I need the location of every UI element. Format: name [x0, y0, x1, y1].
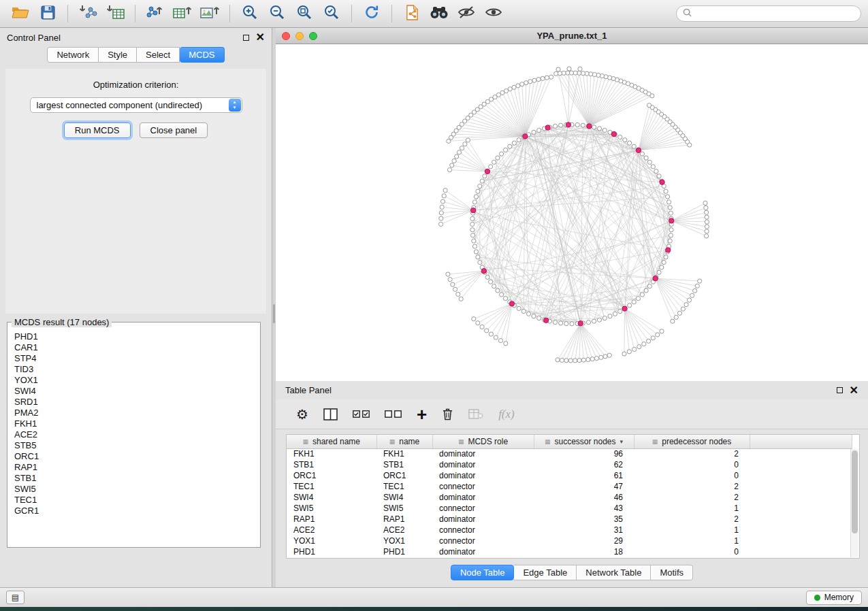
- column-header-successor-nodes[interactable]: ▦successor nodes▾: [534, 435, 634, 448]
- splitter-grip[interactable]: [273, 304, 275, 323]
- table-cell[interactable]: 0: [634, 470, 750, 481]
- table-cell[interactable]: dominator: [432, 492, 534, 503]
- save-session-button[interactable]: [34, 2, 61, 25]
- float-panel-icon[interactable]: [243, 35, 249, 41]
- table-row[interactable]: ACE2ACE2connector311: [287, 525, 852, 535]
- mcds-result-item[interactable]: SWI4: [14, 386, 253, 397]
- mcds-result-item[interactable]: SRD1: [14, 397, 253, 408]
- table-cell[interactable]: connector: [432, 525, 534, 535]
- criterion-dropdown[interactable]: largest connected component (undirected)…: [30, 97, 242, 113]
- table-cell[interactable]: ORC1: [287, 470, 376, 481]
- mcds-result-item[interactable]: TEC1: [14, 495, 253, 506]
- table-cell[interactable]: SWI5: [287, 503, 376, 514]
- clear-equation-button[interactable]: [468, 409, 483, 419]
- mcds-result-item[interactable]: SWI5: [14, 484, 253, 495]
- table-cell[interactable]: 2: [634, 481, 750, 492]
- search-field[interactable]: [676, 5, 861, 22]
- table-cell[interactable]: connector: [432, 503, 534, 514]
- table-cell[interactable]: 31: [534, 525, 634, 535]
- table-cell[interactable]: 1: [634, 503, 750, 514]
- table-row[interactable]: TEC1TEC1connector472: [287, 481, 852, 492]
- table-cell[interactable]: 43: [534, 503, 634, 514]
- table-cell[interactable]: 2: [634, 514, 750, 525]
- search-input[interactable]: [696, 9, 854, 18]
- table-cell[interactable]: dominator: [432, 470, 534, 481]
- table-cell[interactable]: FKH1: [376, 448, 432, 459]
- mcds-result-item[interactable]: GCR1: [14, 506, 253, 516]
- table-cell[interactable]: PHD1: [287, 546, 376, 557]
- zoom-fit-button[interactable]: [291, 2, 318, 25]
- table-cell[interactable]: 1: [634, 535, 750, 546]
- mcds-result-item[interactable]: ORC1: [14, 451, 253, 462]
- table-cell[interactable]: dominator: [432, 546, 534, 557]
- table-cell[interactable]: 61: [534, 470, 634, 481]
- table-cell[interactable]: 2: [634, 448, 750, 459]
- table-cell[interactable]: 18: [534, 546, 634, 557]
- task-history-button[interactable]: ▤: [6, 591, 25, 604]
- table-cell[interactable]: 2: [634, 492, 750, 503]
- table-cell[interactable]: 47: [534, 481, 634, 492]
- show-columns-button[interactable]: [323, 408, 338, 420]
- tab-network-table[interactable]: Network Table: [577, 565, 651, 580]
- table-cell[interactable]: dominator: [432, 459, 534, 470]
- table-scrollbar[interactable]: [850, 449, 858, 557]
- window-minimize-icon[interactable]: [295, 32, 304, 40]
- export-table-button[interactable]: [169, 2, 196, 25]
- table-cell[interactable]: YOX1: [376, 535, 432, 546]
- import-network-button[interactable]: [74, 2, 101, 25]
- mcds-result-item[interactable]: FKH1: [14, 418, 253, 429]
- mcds-result-item[interactable]: STB1: [14, 473, 253, 484]
- table-row[interactable]: SWI5SWI5connector431: [287, 503, 852, 514]
- tab-motifs[interactable]: Motifs: [651, 565, 693, 580]
- find-button[interactable]: [425, 2, 453, 25]
- deselect-all-columns-button[interactable]: [385, 410, 402, 418]
- memory-button[interactable]: Memory: [806, 591, 862, 605]
- table-cell[interactable]: TEC1: [376, 481, 432, 492]
- mcds-result-list[interactable]: PHD1CAR1STP4TID3YOX1SWI4SRD1PMA2FKH1ACE2…: [9, 329, 259, 546]
- table-cell[interactable]: ACE2: [376, 525, 432, 535]
- tab-network[interactable]: Network: [47, 47, 99, 63]
- export-document-button[interactable]: [398, 2, 425, 25]
- table-cell[interactable]: 62: [534, 459, 634, 470]
- table-cell[interactable]: 0: [634, 459, 750, 470]
- table-cell[interactable]: SWI4: [287, 492, 376, 503]
- mcds-result-item[interactable]: STP4: [14, 353, 253, 364]
- table-cell[interactable]: SWI4: [376, 492, 432, 503]
- table-cell[interactable]: SWI5: [376, 503, 432, 514]
- column-header-mcds-role[interactable]: ▦MCDS role: [432, 435, 534, 448]
- table-row[interactable]: FKH1FKH1dominator962: [287, 448, 852, 459]
- table-row[interactable]: YOX1YOX1connector291: [287, 535, 852, 546]
- column-header-predecessor-nodes[interactable]: ▦predecessor nodes: [634, 435, 750, 448]
- import-table-button[interactable]: [101, 2, 129, 25]
- delete-column-button[interactable]: [442, 408, 453, 420]
- table-cell[interactable]: 35: [534, 514, 634, 525]
- close-panel-icon[interactable]: ✕: [256, 32, 265, 43]
- function-builder-button[interactable]: f(x): [498, 408, 515, 421]
- window-close-icon[interactable]: [282, 32, 290, 40]
- table-row[interactable]: RAP1RAP1dominator352: [287, 514, 852, 525]
- mcds-result-item[interactable]: ACE2: [14, 429, 253, 440]
- table-cell[interactable]: PHD1: [376, 546, 432, 557]
- table-cell[interactable]: YOX1: [287, 535, 376, 546]
- table-cell[interactable]: STB1: [376, 459, 432, 470]
- tab-mcds[interactable]: MCDS: [180, 47, 224, 63]
- tab-select[interactable]: Select: [137, 47, 180, 63]
- mcds-result-item[interactable]: CAR1: [14, 342, 253, 353]
- mcds-result-item[interactable]: TID3: [14, 364, 253, 375]
- show-graphics-button[interactable]: [480, 2, 507, 25]
- table-row[interactable]: SWI4SWI4dominator462: [287, 492, 852, 503]
- table-cell[interactable]: 46: [534, 492, 634, 503]
- open-session-button[interactable]: [7, 2, 34, 25]
- table-cell[interactable]: dominator: [432, 514, 534, 525]
- table-cell[interactable]: TEC1: [287, 481, 376, 492]
- network-canvas[interactable]: [276, 44, 868, 381]
- tab-node-table[interactable]: Node Table: [451, 565, 515, 580]
- create-column-button[interactable]: +: [417, 406, 427, 423]
- column-header-shared-name[interactable]: ▦shared name: [287, 435, 376, 448]
- close-panel-button[interactable]: Close panel: [140, 122, 208, 138]
- window-maximize-icon[interactable]: [309, 32, 317, 40]
- table-cell[interactable]: 96: [534, 448, 634, 459]
- sort-arrow-icon[interactable]: ▾: [620, 438, 624, 445]
- mcds-result-item[interactable]: PHD1: [14, 331, 253, 342]
- zoom-out-button[interactable]: [263, 2, 291, 25]
